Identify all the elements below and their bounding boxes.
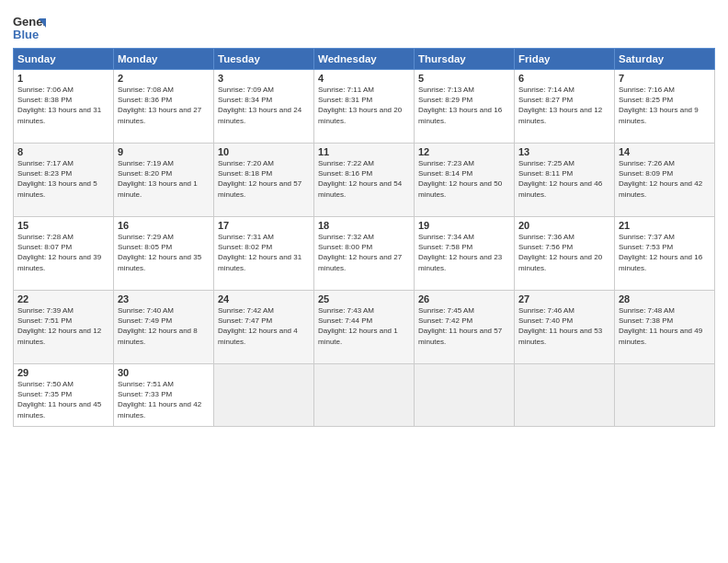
calendar-cell: 5 Sunrise: 7:13 AMSunset: 8:29 PMDayligh…: [415, 70, 515, 144]
calendar-cell: 16 Sunrise: 7:29 AMSunset: 8:05 PMDaylig…: [114, 217, 214, 291]
calendar-cell: 17 Sunrise: 7:31 AMSunset: 8:02 PMDaylig…: [214, 217, 314, 291]
day-info: Sunrise: 7:14 AMSunset: 8:27 PMDaylight:…: [518, 85, 610, 126]
day-info: Sunrise: 7:31 AMSunset: 8:02 PMDaylight:…: [218, 232, 310, 273]
calendar-cell: 4 Sunrise: 7:11 AMSunset: 8:31 PMDayligh…: [314, 70, 415, 144]
calendar-header-wednesday: Wednesday: [314, 49, 415, 70]
svg-text:General: General: [13, 15, 46, 29]
calendar-cell: 1 Sunrise: 7:06 AMSunset: 8:38 PMDayligh…: [14, 70, 114, 144]
day-info: Sunrise: 7:09 AMSunset: 8:34 PMDaylight:…: [218, 85, 310, 126]
day-info: Sunrise: 7:08 AMSunset: 8:36 PMDaylight:…: [118, 85, 210, 126]
calendar-cell: 12 Sunrise: 7:23 AMSunset: 8:14 PMDaylig…: [415, 144, 515, 217]
calendar-cell: [415, 364, 515, 427]
calendar-cell: 15 Sunrise: 7:28 AMSunset: 8:07 PMDaylig…: [14, 217, 114, 291]
day-info: Sunrise: 7:17 AMSunset: 8:23 PMDaylight:…: [17, 158, 109, 200]
calendar-cell: 21 Sunrise: 7:37 AMSunset: 7:53 PMDaylig…: [615, 217, 715, 291]
day-info: Sunrise: 7:32 AMSunset: 8:00 PMDaylight:…: [318, 232, 410, 273]
calendar-cell: 28 Sunrise: 7:48 AMSunset: 7:38 PMDaylig…: [615, 291, 715, 364]
calendar-table: SundayMondayTuesdayWednesdayThursdayFrid…: [13, 48, 715, 427]
day-number: 22: [17, 293, 109, 304]
day-number: 7: [619, 73, 711, 84]
calendar-cell: 26 Sunrise: 7:45 AMSunset: 7:42 PMDaylig…: [415, 291, 515, 364]
day-info: Sunrise: 7:13 AMSunset: 8:29 PMDaylight:…: [418, 85, 510, 126]
day-info: Sunrise: 7:29 AMSunset: 8:05 PMDaylight:…: [118, 232, 210, 273]
day-info: Sunrise: 7:26 AMSunset: 8:09 PMDaylight:…: [619, 158, 711, 200]
day-number: 8: [17, 146, 109, 157]
calendar-cell: 19 Sunrise: 7:34 AMSunset: 7:58 PMDaylig…: [415, 217, 515, 291]
day-number: 12: [418, 146, 510, 157]
day-number: 5: [418, 73, 510, 84]
day-number: 18: [318, 220, 410, 231]
calendar-header-thursday: Thursday: [415, 49, 515, 70]
day-number: 21: [619, 220, 711, 231]
calendar-cell: 14 Sunrise: 7:26 AMSunset: 8:09 PMDaylig…: [615, 144, 715, 217]
calendar-cell: 20 Sunrise: 7:36 AMSunset: 7:56 PMDaylig…: [515, 217, 615, 291]
calendar-header-friday: Friday: [515, 49, 615, 70]
logo-icon: General Blue: [13, 11, 42, 40]
calendar-cell: 29 Sunrise: 7:50 AMSunset: 7:35 PMDaylig…: [14, 364, 114, 427]
day-number: 10: [218, 146, 310, 157]
day-info: Sunrise: 7:28 AMSunset: 8:07 PMDaylight:…: [17, 232, 109, 273]
day-number: 16: [118, 220, 210, 231]
svg-text:Blue: Blue: [13, 28, 39, 41]
calendar-cell: 6 Sunrise: 7:14 AMSunset: 8:27 PMDayligh…: [515, 70, 615, 144]
calendar-cell: 18 Sunrise: 7:32 AMSunset: 8:00 PMDaylig…: [314, 217, 415, 291]
day-number: 11: [318, 146, 410, 157]
day-info: Sunrise: 7:51 AMSunset: 7:33 PMDaylight:…: [118, 379, 210, 420]
day-info: Sunrise: 7:45 AMSunset: 7:42 PMDaylight:…: [418, 305, 510, 347]
day-number: 20: [518, 220, 610, 231]
day-info: Sunrise: 7:19 AMSunset: 8:20 PMDaylight:…: [118, 158, 210, 200]
day-number: 29: [17, 367, 109, 378]
calendar-cell: 8 Sunrise: 7:17 AMSunset: 8:23 PMDayligh…: [14, 144, 114, 217]
day-number: 9: [118, 146, 210, 157]
day-info: Sunrise: 7:39 AMSunset: 7:51 PMDaylight:…: [17, 305, 109, 347]
day-info: Sunrise: 7:43 AMSunset: 7:44 PMDaylight:…: [318, 305, 410, 347]
day-number: 24: [218, 293, 310, 304]
calendar-cell: [515, 364, 615, 427]
day-number: 19: [418, 220, 510, 231]
day-number: 13: [518, 146, 610, 157]
day-number: 15: [17, 220, 109, 231]
day-number: 23: [118, 293, 210, 304]
day-info: Sunrise: 7:46 AMSunset: 7:40 PMDaylight:…: [518, 305, 610, 347]
calendar-header-sunday: Sunday: [14, 49, 114, 70]
day-number: 17: [218, 220, 310, 231]
day-number: 28: [619, 293, 711, 304]
day-number: 26: [418, 293, 510, 304]
day-info: Sunrise: 7:25 AMSunset: 8:11 PMDaylight:…: [518, 158, 610, 200]
calendar-cell: 22 Sunrise: 7:39 AMSunset: 7:51 PMDaylig…: [14, 291, 114, 364]
calendar-header-saturday: Saturday: [615, 49, 715, 70]
calendar-cell: [615, 364, 715, 427]
day-number: 14: [619, 146, 711, 157]
calendar-cell: 13 Sunrise: 7:25 AMSunset: 8:11 PMDaylig…: [515, 144, 615, 217]
calendar-cell: 10 Sunrise: 7:20 AMSunset: 8:18 PMDaylig…: [214, 144, 314, 217]
day-info: Sunrise: 7:48 AMSunset: 7:38 PMDaylight:…: [619, 305, 711, 347]
day-info: Sunrise: 7:20 AMSunset: 8:18 PMDaylight:…: [218, 158, 310, 200]
calendar-header-tuesday: Tuesday: [214, 49, 314, 70]
day-info: Sunrise: 7:36 AMSunset: 7:56 PMDaylight:…: [518, 232, 610, 273]
calendar-cell: 25 Sunrise: 7:43 AMSunset: 7:44 PMDaylig…: [314, 291, 415, 364]
day-info: Sunrise: 7:42 AMSunset: 7:47 PMDaylight:…: [218, 305, 310, 347]
calendar-cell: [314, 364, 415, 427]
logo: General Blue: [13, 11, 46, 40]
page-header: General Blue: [13, 11, 715, 40]
calendar-cell: 24 Sunrise: 7:42 AMSunset: 7:47 PMDaylig…: [214, 291, 314, 364]
calendar-header-monday: Monday: [114, 49, 214, 70]
calendar-cell: 23 Sunrise: 7:40 AMSunset: 7:49 PMDaylig…: [114, 291, 214, 364]
day-number: 25: [318, 293, 410, 304]
day-number: 4: [318, 73, 410, 84]
day-info: Sunrise: 7:37 AMSunset: 7:53 PMDaylight:…: [619, 232, 711, 273]
day-info: Sunrise: 7:40 AMSunset: 7:49 PMDaylight:…: [118, 305, 210, 347]
day-info: Sunrise: 7:16 AMSunset: 8:25 PMDaylight:…: [619, 85, 711, 126]
calendar-cell: [214, 364, 314, 427]
day-number: 27: [518, 293, 610, 304]
calendar-cell: 9 Sunrise: 7:19 AMSunset: 8:20 PMDayligh…: [114, 144, 214, 217]
day-info: Sunrise: 7:23 AMSunset: 8:14 PMDaylight:…: [418, 158, 510, 200]
day-info: Sunrise: 7:11 AMSunset: 8:31 PMDaylight:…: [318, 85, 410, 126]
day-number: 1: [17, 73, 109, 84]
day-info: Sunrise: 7:50 AMSunset: 7:35 PMDaylight:…: [17, 379, 109, 420]
day-info: Sunrise: 7:06 AMSunset: 8:38 PMDaylight:…: [17, 85, 109, 126]
calendar-cell: 27 Sunrise: 7:46 AMSunset: 7:40 PMDaylig…: [515, 291, 615, 364]
calendar-cell: 11 Sunrise: 7:22 AMSunset: 8:16 PMDaylig…: [314, 144, 415, 217]
calendar-cell: 30 Sunrise: 7:51 AMSunset: 7:33 PMDaylig…: [114, 364, 214, 427]
day-info: Sunrise: 7:22 AMSunset: 8:16 PMDaylight:…: [318, 158, 410, 200]
